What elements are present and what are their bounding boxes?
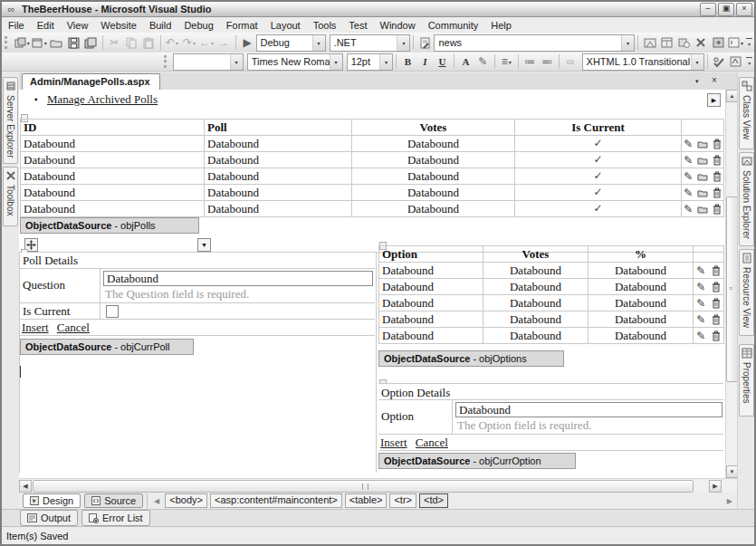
bullet-list-button[interactable]: ≔ bbox=[522, 53, 539, 71]
menu-window[interactable]: Window bbox=[374, 18, 422, 33]
toolbar-grip[interactable] bbox=[5, 36, 10, 49]
edit-icon[interactable]: ✎ bbox=[684, 171, 693, 182]
objectdatasource-objpolls[interactable]: ObjectDataSource - objPolls bbox=[20, 217, 199, 234]
sidebar-tab-properties[interactable]: Properties bbox=[739, 344, 754, 417]
sidebar-tab-class-view[interactable]: Class View bbox=[739, 77, 754, 149]
tag-nav-right-icon[interactable]: ▶ bbox=[727, 497, 732, 505]
tag-nav-left-icon[interactable]: ◀ bbox=[154, 497, 159, 505]
find-in-files-icon[interactable] bbox=[416, 34, 434, 52]
menu-help[interactable]: Help bbox=[484, 18, 518, 33]
horizontal-scrollbar[interactable]: ◀ ▶ bbox=[19, 478, 737, 493]
delete-icon[interactable] bbox=[712, 330, 721, 341]
doctype-combo[interactable]: XHTML 1.0 Transitional (▾ bbox=[582, 53, 704, 71]
tag-breadcrumb-aspcontent[interactable]: <asp:content#maincontent> bbox=[210, 493, 342, 508]
smart-tag-button[interactable]: ▼ bbox=[197, 238, 211, 252]
scroll-up-button[interactable]: ▲ bbox=[726, 90, 737, 102]
navigate-back-button[interactable]: ←▾ bbox=[198, 34, 215, 52]
manage-archived-polls-link[interactable]: Manage Archived Polls bbox=[47, 92, 158, 107]
scroll-down-button[interactable]: ▼ bbox=[726, 465, 737, 478]
tag-breadcrumb-td[interactable]: <td> bbox=[419, 493, 448, 508]
menu-website[interactable]: Website bbox=[94, 18, 143, 33]
objectdatasource-objcurrpoll[interactable]: ObjectDataSource - objCurrPoll bbox=[20, 339, 194, 355]
delete-icon[interactable] bbox=[713, 155, 722, 166]
start-debug-button[interactable]: ▶ bbox=[239, 34, 256, 52]
edit-icon[interactable]: ✎ bbox=[696, 314, 705, 325]
archive-icon[interactable] bbox=[697, 156, 708, 165]
alignment-button[interactable]: ≡▾ bbox=[498, 53, 515, 71]
sidebar-tab-server-explorer[interactable]: Server Explorer bbox=[3, 77, 18, 164]
menu-tools[interactable]: Tools bbox=[307, 18, 343, 33]
object-browser-toolbar-icon[interactable] bbox=[675, 34, 693, 52]
solution-config-combo[interactable]: Debug▾ bbox=[256, 34, 326, 52]
delete-icon[interactable] bbox=[712, 314, 721, 325]
delete-icon[interactable] bbox=[713, 171, 722, 182]
archive-icon[interactable] bbox=[697, 139, 708, 148]
underline-button[interactable]: U bbox=[434, 53, 451, 71]
menu-community[interactable]: Community bbox=[422, 18, 485, 33]
toolbox-toolbar-icon[interactable] bbox=[693, 34, 710, 52]
edit-icon[interactable]: ✎ bbox=[696, 282, 705, 292]
delete-icon[interactable] bbox=[713, 139, 722, 149]
menu-edit[interactable]: Edit bbox=[31, 18, 61, 33]
check-accessibility-button[interactable] bbox=[710, 53, 727, 71]
cancel-link[interactable]: Cancel bbox=[57, 321, 90, 334]
toolbar-overflow-button[interactable]: ▾ bbox=[744, 34, 754, 51]
delete-icon[interactable] bbox=[713, 204, 722, 215]
start-page-toolbar-icon[interactable] bbox=[710, 34, 727, 52]
paste-button[interactable] bbox=[140, 34, 158, 52]
hyperlink-button[interactable]: ∞ bbox=[562, 53, 579, 71]
solution-explorer-toolbar-icon[interactable] bbox=[641, 34, 658, 52]
close-document-icon[interactable]: × bbox=[712, 75, 717, 85]
style-application-button[interactable] bbox=[727, 53, 744, 71]
tab-design[interactable]: Design bbox=[23, 493, 81, 508]
is-current-checkbox[interactable] bbox=[106, 305, 119, 318]
vertical-scrollbar[interactable]: ▲ ≡ ▼ bbox=[725, 90, 737, 478]
scroll-right-button[interactable]: ▶ bbox=[709, 480, 722, 493]
archive-icon[interactable] bbox=[697, 188, 708, 197]
sidebar-tab-solution-explorer[interactable]: Solution Explorer bbox=[739, 152, 754, 246]
archive-icon[interactable] bbox=[697, 205, 708, 214]
search-combo[interactable]: news▾ bbox=[434, 34, 635, 52]
objectdatasource-objoptions[interactable]: ObjectDataSource - objOptions bbox=[378, 350, 564, 367]
edit-icon[interactable]: ✎ bbox=[696, 330, 705, 341]
delete-icon[interactable] bbox=[713, 187, 722, 198]
add-item-button[interactable]: ▾ bbox=[31, 34, 48, 52]
insert-link[interactable]: Insert bbox=[22, 321, 49, 334]
edit-icon[interactable]: ✎ bbox=[684, 204, 693, 215]
edit-icon[interactable]: ✎ bbox=[696, 298, 705, 309]
block-format-combo[interactable]: ▾ bbox=[173, 53, 244, 71]
close-button[interactable]: × bbox=[736, 3, 752, 16]
bold-button[interactable]: B bbox=[399, 53, 416, 71]
delete-icon[interactable] bbox=[712, 282, 721, 292]
font-size-combo[interactable]: 12pt▾ bbox=[347, 53, 393, 71]
navigate-forward-button[interactable]: → bbox=[215, 34, 233, 52]
delete-icon[interactable] bbox=[712, 265, 721, 276]
highlight-color-button[interactable]: ✎ bbox=[474, 53, 492, 71]
scroll-left-button[interactable]: ◀ bbox=[19, 480, 32, 493]
minimize-button[interactable]: – bbox=[700, 3, 716, 16]
cut-button[interactable]: ✂ bbox=[106, 34, 123, 52]
numbered-list-button[interactable]: ≕ bbox=[539, 53, 556, 71]
command-window-toolbar-icon[interactable]: ▾ bbox=[727, 34, 744, 52]
menu-view[interactable]: View bbox=[61, 18, 95, 33]
objectdatasource-objcurroption[interactable]: ObjectDataSource - objCurrOption bbox=[378, 453, 576, 469]
tag-breadcrumb-body[interactable]: <body> bbox=[165, 493, 207, 508]
properties-window-toolbar-icon[interactable] bbox=[658, 34, 675, 52]
horizontal-scroll-thumb[interactable] bbox=[33, 480, 694, 493]
insert-link[interactable]: Insert bbox=[380, 436, 407, 449]
foreground-color-button[interactable]: A bbox=[457, 53, 474, 71]
toolbar-grip[interactable] bbox=[164, 55, 169, 68]
document-tab[interactable]: Admin/ManagePolls.aspx bbox=[22, 73, 160, 90]
italic-button[interactable]: I bbox=[416, 53, 434, 71]
save-all-button[interactable] bbox=[82, 34, 100, 52]
tab-output[interactable]: Output bbox=[20, 510, 78, 526]
menu-layout[interactable]: Layout bbox=[264, 18, 307, 33]
edit-icon[interactable]: ✎ bbox=[684, 139, 693, 149]
menu-debug[interactable]: Debug bbox=[177, 18, 219, 33]
tab-source[interactable]: Source bbox=[84, 493, 143, 508]
sidebar-tab-resource-view[interactable]: Resource View bbox=[739, 249, 754, 336]
tab-error-list[interactable]: Error List bbox=[81, 510, 150, 526]
menu-test[interactable]: Test bbox=[342, 18, 373, 33]
edit-icon[interactable]: ✎ bbox=[684, 155, 693, 166]
menu-file[interactable]: File bbox=[2, 18, 31, 33]
